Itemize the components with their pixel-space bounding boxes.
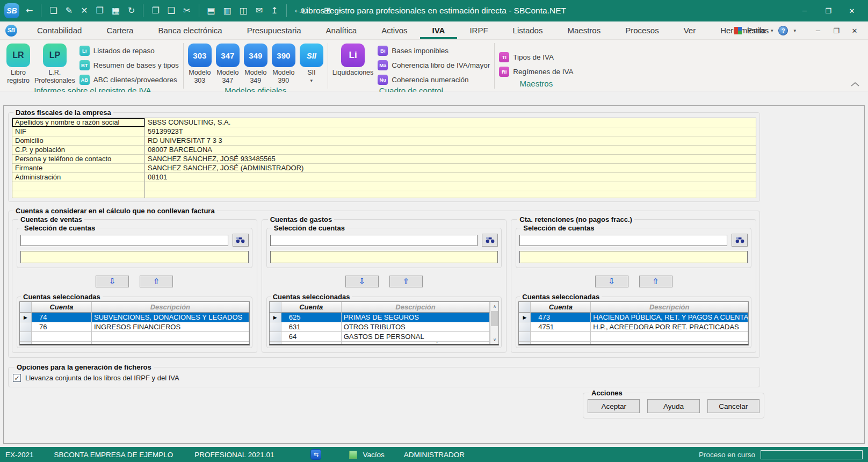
add-account-button[interactable]: ⇩ <box>595 276 628 287</box>
column-header-description[interactable]: Descripción <box>92 302 249 313</box>
table-row[interactable]: 64 GASTOS DE PERSONAL <box>270 332 490 342</box>
chevron-down-icon[interactable]: ▾ <box>793 28 796 33</box>
table-row[interactable]: Administración 08101 <box>12 173 756 182</box>
close-button[interactable]: ✕ <box>840 0 864 21</box>
resumen-bases-tipos-button[interactable]: BT Resumen de bases y tipos <box>79 60 179 70</box>
tab-presupuestaria[interactable]: Presupuestaria <box>235 21 314 39</box>
tab-iva[interactable]: IVA <box>420 21 458 39</box>
scrollbar-thumb[interactable] <box>491 311 498 326</box>
fiscal-value-cell[interactable]: RD UNIVERSITAT 7 3 3 <box>145 136 756 146</box>
remove-account-button[interactable]: ⇧ <box>639 276 672 287</box>
sii-button[interactable]: SII SII ▾ <box>300 44 323 83</box>
collapse-ribbon-chevron-icon[interactable] <box>851 80 859 88</box>
new-document-icon[interactable]: ❏ <box>49 6 57 15</box>
table-row-empty[interactable] <box>12 191 756 198</box>
fiscal-label-cell[interactable]: C.P. y población <box>12 146 145 155</box>
table-row[interactable]: 631 OTROS TRIBUTOS <box>270 322 490 332</box>
fiscal-value-cell[interactable]: 59139923T <box>145 127 756 136</box>
add-account-button[interactable]: ⇩ <box>345 276 379 287</box>
regimenes-de-iva-button[interactable]: RI Regímenes de IVA <box>499 67 573 77</box>
paste-icon[interactable]: ❑ <box>168 6 175 15</box>
remove-account-button[interactable]: ⇧ <box>140 276 173 287</box>
table-row[interactable]: ▶ 473 HACIENDA PÚBLICA, RET. Y PAGOS A C… <box>519 313 748 322</box>
modelo-349-button[interactable]: 349 Modelo 349 <box>244 44 267 85</box>
table-row[interactable]: Apellidos y nombre o razón social SBSS C… <box>12 118 756 127</box>
chevron-down-icon[interactable]: ▾ <box>339 8 342 13</box>
app-menu-logo[interactable]: SB <box>5 25 17 37</box>
export-icon[interactable]: ↥ <box>271 6 278 15</box>
scroll-down-icon[interactable]: ∨ <box>490 335 498 344</box>
style-swatch-icon[interactable] <box>734 27 742 34</box>
print-icon[interactable]: ▤ <box>207 6 215 15</box>
fiscal-label-cell[interactable]: Persona y teléfono de contacto <box>12 155 145 164</box>
tab-procesos[interactable]: Procesos <box>613 21 671 39</box>
copy-icon[interactable]: ❐ <box>151 6 159 15</box>
column-header-description[interactable]: Descripción <box>342 302 490 313</box>
account-search-input[interactable] <box>519 235 727 246</box>
empty-fields-icon[interactable] <box>349 451 357 459</box>
lookup-button[interactable] <box>732 234 748 247</box>
table-row[interactable]: C.P. y población 08007 BARCELONA <box>12 146 756 155</box>
table-row-empty[interactable] <box>20 332 249 342</box>
tab-analitica[interactable]: Analítica <box>314 21 370 39</box>
table-row-empty[interactable] <box>20 342 249 345</box>
fiscal-value-cell[interactable]: SANCHEZ SANCHEZ, JOSÉ 933485565 <box>145 155 756 164</box>
coherencia-numeracion-button[interactable]: Nu Coherencia numeración <box>378 75 490 85</box>
fiscal-label-cell[interactable]: Firmante <box>12 164 145 173</box>
table-row[interactable]: ▶ 625 PRIMAS DE SEGUROS <box>270 313 490 322</box>
fiscal-value-cell[interactable]: 08007 BARCELONA <box>145 146 756 155</box>
modelo-347-button[interactable]: 347 Modelo 347 <box>216 44 240 85</box>
chevron-down-icon[interactable]: ▾ <box>771 28 773 33</box>
tab-cartera[interactable]: Cartera <box>94 21 146 39</box>
open-folder-icon[interactable]: ❒ <box>96 6 104 15</box>
delete-icon[interactable]: ✕ <box>81 6 88 15</box>
minimize-button[interactable]: ─ <box>809 27 827 35</box>
add-account-button[interactable]: ⇩ <box>96 276 129 287</box>
close-button[interactable]: ✕ <box>845 27 864 35</box>
minimize-button[interactable]: ─ <box>793 0 816 21</box>
save-icon[interactable]: ▦ <box>112 6 120 15</box>
style-label[interactable]: Estilo <box>747 26 765 35</box>
modelo-390-button[interactable]: 390 Modelo 390 <box>272 44 295 85</box>
table-row[interactable]: Domicilio RD UNIVERSITAT 7 3 3 <box>12 136 756 146</box>
tab-activos[interactable]: Activos <box>369 21 419 39</box>
abc-clientes-proveedores-button[interactable]: AB ABC clientes/proveedores <box>79 75 179 85</box>
fiscal-label-cell[interactable]: NIF <box>12 127 145 136</box>
tab-banca-electronica[interactable]: Banca electrónica <box>146 21 234 39</box>
lr-profesionales-button[interactable]: LP L.R. Profesionales <box>34 44 75 85</box>
column-header-account[interactable]: Cuenta <box>531 302 591 313</box>
table-row-empty[interactable] <box>519 342 748 345</box>
fiscal-value-cell[interactable]: 08101 <box>145 173 756 182</box>
edit-icon[interactable]: ✎ <box>66 6 73 15</box>
table-row[interactable]: Persona y teléfono de contacto SANCHEZ S… <box>12 155 756 164</box>
tipos-de-iva-button[interactable]: TI Tipos de IVA <box>499 52 573 62</box>
send-mail-icon[interactable]: ✉ <box>256 6 263 15</box>
column-header-account[interactable]: Cuenta <box>281 302 342 313</box>
remove-account-button[interactable]: ⇧ <box>389 276 423 287</box>
toolbar-options-icon[interactable]: ≡ <box>349 8 353 14</box>
refresh-icon[interactable]: ↻ <box>128 6 135 15</box>
tab-irpf[interactable]: IRPF <box>457 21 500 39</box>
table-row-empty[interactable] <box>519 332 748 342</box>
tab-contabilidad[interactable]: Contabilidad <box>25 21 94 39</box>
fiscal-label-cell[interactable]: Domicilio <box>12 136 145 146</box>
table-row[interactable]: 4751 H.P., ACREEDORA POR RET. PRACTICADA… <box>519 322 748 332</box>
fiscal-value-cell[interactable]: SBSS CONSULTING, S.A. <box>145 118 756 127</box>
listados-de-repaso-button[interactable]: Li Listados de repaso <box>79 46 179 56</box>
help-icon[interactable]: ? <box>778 26 788 35</box>
joint-books-checkbox[interactable]: ✓ <box>13 374 21 382</box>
maximize-button[interactable]: ❐ <box>816 0 840 21</box>
help-button[interactable]: Ayuda <box>647 399 699 413</box>
table-row[interactable]: Firmante SANCHEZ SANCHEZ, JOSÉ (ADMINIST… <box>12 164 756 173</box>
libro-registro-button[interactable]: LR Libro registro <box>6 44 30 85</box>
column-header-description[interactable]: Descripción <box>591 302 748 313</box>
print-options-icon[interactable]: ▥ <box>223 6 232 15</box>
tab-ver[interactable]: Ver <box>671 21 708 39</box>
table-row[interactable]: ▶ 74 SUBVENCIONES, DONACIONES Y LEGADOS <box>20 313 249 322</box>
coherencia-libro-iva-mayor-button[interactable]: Ma Coherencia libro de IVA/mayor <box>378 60 490 70</box>
tab-listados[interactable]: Listados <box>501 21 555 39</box>
bases-imponibles-button[interactable]: Bi Bases imponibles <box>378 46 490 56</box>
lookup-button[interactable] <box>233 234 249 247</box>
modelo-303-button[interactable]: 303 Modelo 303 <box>188 44 212 85</box>
lookup-button[interactable] <box>482 234 498 247</box>
